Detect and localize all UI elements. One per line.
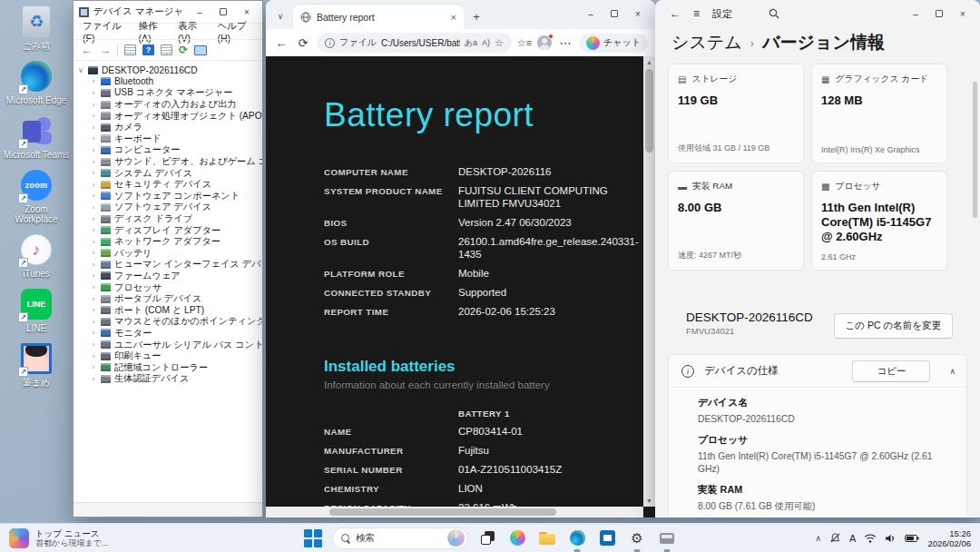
breadcrumb-parent[interactable]: システム bbox=[671, 31, 742, 54]
device-tree-item[interactable]: › セキュリティ デバイス bbox=[77, 179, 262, 191]
expand-chevron-icon[interactable]: › bbox=[90, 238, 97, 246]
properties-icon[interactable] bbox=[161, 44, 172, 55]
more-menu-icon[interactable]: ⋯ bbox=[557, 36, 573, 50]
update-driver-icon[interactable] bbox=[194, 45, 207, 55]
desktop-icon-fudemame[interactable]: ↗ 筆まめ bbox=[2, 342, 71, 388]
device-tree-item[interactable]: › マウスとそのほかのポインティング デバイス bbox=[77, 316, 262, 328]
horizontal-scrollbar[interactable] bbox=[266, 507, 643, 518]
tray-overflow-chevron-icon[interactable]: ∧ bbox=[816, 534, 822, 543]
scroll-up-arrow[interactable]: ▲ bbox=[643, 56, 655, 68]
settings-scrollbar[interactable] bbox=[973, 82, 977, 218]
device-tree-item[interactable]: › USB コネクタ マネージャー bbox=[77, 87, 262, 99]
expand-chevron-icon[interactable]: › bbox=[90, 306, 97, 314]
favorites-hub-icon[interactable]: ☆≡ bbox=[517, 37, 532, 49]
minimize-button[interactable]: – bbox=[188, 4, 211, 20]
expand-chevron-icon[interactable]: › bbox=[90, 169, 97, 177]
forward-icon[interactable]: → bbox=[99, 44, 111, 56]
rename-pc-button[interactable]: この PC の名前を変更 bbox=[834, 313, 953, 339]
start-button[interactable] bbox=[302, 527, 324, 549]
url-text[interactable]: C:/Users/USER/battery... bbox=[381, 38, 460, 48]
address-bar[interactable]: i ファイル C:/Users/USER/battery... あa A) ☆ bbox=[317, 33, 512, 53]
store-button[interactable] bbox=[596, 527, 618, 549]
scan-hardware-icon[interactable]: ⟳ bbox=[179, 44, 188, 55]
expand-chevron-icon[interactable]: › bbox=[90, 363, 97, 371]
close-button[interactable]: × bbox=[951, 5, 975, 22]
device-tree-item[interactable]: › オーディオ処理オブジェクト (APO) bbox=[77, 110, 262, 122]
desktop-icon-edge[interactable]: ↗ Microsoft Edge bbox=[2, 60, 71, 105]
copilot-button[interactable] bbox=[506, 527, 528, 549]
edge-button[interactable] bbox=[566, 527, 588, 549]
expand-chevron-icon[interactable]: › bbox=[90, 192, 97, 200]
search-daily-image[interactable] bbox=[447, 529, 465, 547]
expand-chevron-icon[interactable]: › bbox=[90, 329, 97, 337]
expand-chevron-icon[interactable]: › bbox=[90, 112, 97, 120]
vertical-scrollbar[interactable]: ▲ ▼ bbox=[643, 56, 655, 507]
notifications-off-icon[interactable] bbox=[829, 532, 841, 544]
expand-chevron-icon[interactable]: › bbox=[90, 181, 97, 189]
expand-chevron-icon[interactable]: › bbox=[90, 77, 97, 85]
refresh-icon[interactable]: ⟳ bbox=[295, 36, 311, 50]
maximize-button[interactable] bbox=[211, 4, 235, 20]
device-tree-item[interactable]: › コンピューター bbox=[77, 144, 262, 156]
chevron-up-icon[interactable]: ∧ bbox=[949, 367, 956, 376]
desktop-icon-recycle-bin[interactable]: ♻ ごみ箱 bbox=[2, 5, 71, 51]
device-tree-item[interactable]: › ポート (COM と LPT) bbox=[77, 304, 262, 316]
device-tree-item[interactable]: › Bluetooth bbox=[77, 76, 262, 88]
expand-chevron-icon[interactable]: › bbox=[90, 283, 97, 291]
profile-avatar[interactable] bbox=[537, 35, 552, 50]
scrollbar-thumb[interactable] bbox=[645, 69, 653, 153]
expand-chevron-icon[interactable]: › bbox=[90, 261, 97, 269]
browser-tab[interactable]: Battery report × bbox=[293, 5, 464, 29]
translate-icon[interactable]: あa bbox=[465, 37, 477, 49]
back-icon[interactable]: ← bbox=[273, 36, 289, 50]
close-button[interactable]: × bbox=[626, 5, 650, 22]
desktop-icon-line[interactable]: LINE↗ LINE bbox=[2, 288, 71, 333]
volume-icon[interactable] bbox=[885, 533, 897, 544]
expand-chevron-icon[interactable]: › bbox=[90, 215, 97, 223]
help-icon[interactable]: ? bbox=[142, 44, 154, 55]
device-tree-item[interactable]: › ユニバーサル シリアル バス コントローラー bbox=[77, 339, 262, 350]
back-icon[interactable]: ← bbox=[670, 7, 681, 20]
device-tree-item[interactable]: › 記憶域コントローラー bbox=[77, 361, 262, 373]
tab-search-chevron-icon[interactable]: ∨ bbox=[271, 7, 289, 25]
wifi-icon[interactable] bbox=[864, 533, 877, 544]
expand-chevron-icon[interactable]: › bbox=[90, 318, 97, 326]
device-tree-item[interactable]: › カメラ bbox=[77, 122, 262, 133]
page-info-icon[interactable]: i bbox=[325, 38, 335, 48]
battery-icon[interactable] bbox=[905, 534, 919, 543]
copilot-chat-button[interactable]: チャット bbox=[579, 34, 648, 53]
expand-chevron-icon[interactable]: › bbox=[90, 249, 97, 257]
expand-chevron-icon[interactable]: › bbox=[90, 226, 97, 234]
read-aloud-icon[interactable]: A) bbox=[482, 38, 490, 47]
device-tree-item[interactable]: › システム デバイス bbox=[77, 167, 262, 179]
maximize-button[interactable] bbox=[927, 5, 951, 22]
expand-chevron-icon[interactable]: › bbox=[90, 271, 97, 280]
collapse-chevron-icon[interactable]: ∨ bbox=[77, 66, 84, 74]
scroll-down-arrow[interactable]: ▼ bbox=[643, 495, 655, 507]
clock[interactable]: 15:26 2026/02/06 bbox=[927, 528, 971, 548]
device-tree-item[interactable]: › ソフトウェア コンポーネント bbox=[77, 191, 262, 202]
device-tree-item[interactable]: › 印刷キュー bbox=[77, 350, 262, 362]
file-explorer-button[interactable] bbox=[536, 527, 558, 549]
taskbar-search[interactable]: 検索 bbox=[332, 527, 468, 549]
back-icon[interactable]: ← bbox=[81, 44, 93, 56]
device-tree-item[interactable]: › モニター bbox=[77, 328, 262, 340]
widgets-button[interactable]: トップ ニュース 首都から現場まで... bbox=[0, 524, 117, 552]
favorite-star-icon[interactable]: ☆ bbox=[495, 37, 504, 49]
device-tree-item[interactable]: › プロセッサ bbox=[77, 281, 262, 293]
desktop-icon-teams[interactable]: ↗ Microsoft Teams bbox=[2, 114, 71, 160]
device-spec-header[interactable]: i デバイスの仕様 コピー ∧ bbox=[669, 355, 966, 388]
expand-chevron-icon[interactable]: › bbox=[90, 158, 97, 166]
device-tree-item[interactable]: › ヒューマン インターフェイス デバイス bbox=[77, 259, 262, 271]
new-tab-button[interactable]: + bbox=[467, 7, 485, 25]
settings-button[interactable]: ⚙ bbox=[626, 527, 648, 549]
device-tree-item[interactable]: › ポータブル デバイス bbox=[77, 293, 262, 305]
ime-indicator[interactable]: A bbox=[849, 533, 856, 544]
device-tree-item[interactable]: › バッテリ bbox=[77, 248, 262, 260]
minimize-button[interactable]: – bbox=[904, 5, 927, 22]
expand-chevron-icon[interactable]: › bbox=[90, 134, 97, 143]
device-tree-item[interactable]: › オーディオの入力および出力 bbox=[77, 99, 262, 111]
scrollbar-thumb[interactable] bbox=[329, 508, 556, 516]
device-tree-item[interactable]: › サウンド、ビデオ、およびゲーム コントローラー bbox=[77, 156, 262, 168]
expand-chevron-icon[interactable]: › bbox=[90, 101, 97, 109]
